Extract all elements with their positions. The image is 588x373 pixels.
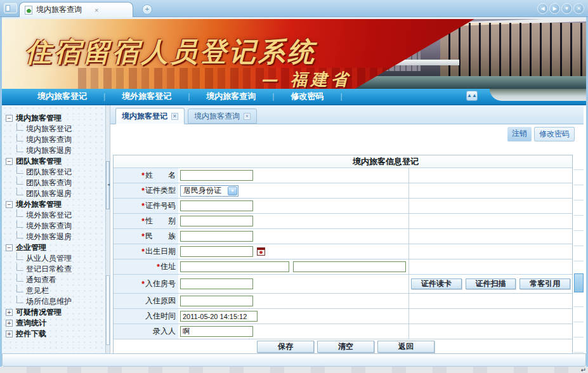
sidebar-group-enterprise-mgmt[interactable]: − 企业管理	[6, 242, 105, 253]
session-links: 注销 修改密码	[507, 127, 575, 141]
calendar-icon[interactable]	[257, 247, 265, 256]
sidebar-item-staff-mgmt[interactable]: 从业人员管理	[6, 253, 105, 264]
sidebar-group-query-stats[interactable]: + 查询统计	[6, 318, 105, 329]
header-banner: 住宿留宿人员登记系统 — 福建省	[2, 17, 586, 89]
field-label: * 民 族	[114, 229, 178, 244]
sidebar-item-team-query[interactable]: 团队旅客查询	[6, 178, 105, 188]
sidebar-item-domestic-query[interactable]: 境内旅客查询	[6, 134, 105, 145]
sidebar-splitter[interactable]: ◄	[105, 105, 110, 353]
address-input-2[interactable]	[293, 261, 406, 272]
registration-form: 境内旅客信息登记 * 姓 名 * 证件类型 居民身份证 ▼	[113, 155, 573, 355]
ethnicity-input[interactable]	[180, 231, 253, 242]
sidebar-item-team-register[interactable]: 团队旅客登记	[6, 167, 105, 178]
nav-domestic-register[interactable]: 境内旅客登记	[21, 91, 103, 102]
operator-input[interactable]	[180, 326, 253, 337]
sidebar-group-foreign-mgmt[interactable]: − 境外旅客管理	[6, 199, 105, 210]
sidebar-item-team-checkout[interactable]: 团队旅客退房	[6, 188, 105, 199]
document-type-select[interactable]: 居民身份证 ▼	[180, 185, 238, 197]
nav-domestic-query[interactable]: 境内旅客查询	[190, 91, 272, 102]
tab-close-icon[interactable]: ×	[95, 6, 98, 14]
form-row-checkin-time: 入住时间	[114, 308, 572, 324]
tab-domestic-query[interactable]: 境内旅客查询 ×	[188, 108, 257, 124]
sidebar-item-foreign-query[interactable]: 境外旅客查询	[6, 221, 105, 232]
banner-collapse-icon[interactable]: ▲▲	[466, 91, 478, 101]
sidebar-scrollbar[interactable]	[106, 275, 110, 345]
gender-input[interactable]	[180, 216, 253, 226]
group-label: 团队旅客管理	[16, 156, 62, 167]
sidebar-group-team-mgmt[interactable]: − 团队旅客管理	[6, 156, 105, 167]
tab-label: 境内旅客登记	[122, 111, 167, 122]
field-label: * 入住房号	[114, 275, 178, 293]
save-button[interactable]: 保存	[257, 341, 314, 353]
required-mark: *	[141, 186, 145, 195]
collapse-icon[interactable]: −	[6, 201, 13, 208]
back-button[interactable]: 返回	[377, 341, 434, 353]
logout-button[interactable]: 注销	[507, 127, 532, 141]
change-password-button[interactable]: 修改密码	[534, 127, 575, 141]
sidebar-item-daily-check[interactable]: 登记日常检查	[6, 264, 105, 275]
item-label: 场所信息维护	[26, 296, 72, 307]
window-forward-button[interactable]: ▶	[549, 3, 560, 14]
field-label: * 证件号码	[114, 199, 178, 213]
group-label: 境内旅客管理	[16, 113, 62, 124]
checkin-reason-input[interactable]	[180, 296, 253, 306]
main-navbar: 境内旅客登记 | 境外旅客登记 | 境内旅客查询 | 修改密码 | ▲▲	[2, 89, 586, 105]
window-back-button[interactable]: ◀	[537, 3, 548, 14]
id-card-scan-button[interactable]: 证件扫描	[466, 278, 516, 289]
splitter-collapse-icon[interactable]: ◄	[106, 161, 110, 209]
sidebar-group-suspicious-mgmt[interactable]: + 可疑情况管理	[6, 307, 105, 318]
sidebar-item-foreign-checkout[interactable]: 境外旅客退房	[6, 232, 105, 242]
collapse-icon[interactable]: −	[6, 244, 13, 251]
doc-number-input[interactable]	[180, 200, 253, 211]
id-card-read-button[interactable]: 证件读卡	[411, 278, 462, 289]
name-input[interactable]	[180, 170, 253, 181]
room-number-input[interactable]	[180, 278, 253, 289]
required-mark: *	[141, 232, 145, 241]
tree-connector	[16, 285, 23, 292]
collapse-icon[interactable]: −	[6, 115, 13, 122]
tab-close-icon[interactable]: ×	[171, 113, 178, 120]
required-mark: *	[141, 217, 145, 226]
item-label: 团队旅客登记	[26, 167, 72, 178]
sidebar-group-domestic-mgmt[interactable]: − 境内旅客管理	[6, 113, 105, 124]
label-text: 证件类型	[145, 185, 176, 196]
nav-foreign-register[interactable]: 境外旅客登记	[105, 91, 188, 102]
address-input-1[interactable]	[180, 261, 289, 272]
group-label: 可疑情况管理	[16, 307, 62, 318]
new-tab-button[interactable]: +	[142, 4, 152, 15]
clear-button[interactable]: 清空	[317, 341, 374, 353]
expand-icon[interactable]: +	[6, 330, 13, 337]
checkin-time-input[interactable]	[180, 311, 258, 322]
tab-close-icon[interactable]: ×	[244, 113, 251, 120]
tab-label: 境内旅客查询	[194, 111, 240, 122]
app-window: 境内旅客查询 × + ◀ ▶ ▼ ✕ 住宿留宿人员登记系统 — 福建省 境内旅客…	[0, 0, 588, 373]
sidebar-item-foreign-register[interactable]: 境外旅客登记	[6, 210, 105, 221]
window-dropdown-button[interactable]: ▼	[561, 3, 572, 14]
sidebar-item-venue-info[interactable]: 场所信息维护	[6, 296, 105, 307]
sidebar-item-domestic-checkout[interactable]: 境内旅客退房	[6, 145, 105, 156]
page-favicon-icon	[25, 6, 32, 15]
tree-connector	[16, 134, 23, 141]
chevron-down-icon[interactable]: ▼	[228, 186, 237, 195]
form-row-doc-number: * 证件号码	[114, 198, 572, 213]
tab-domestic-register[interactable]: 境内旅客登记 ×	[115, 108, 185, 124]
expand-icon[interactable]: +	[6, 309, 13, 316]
window-menu-icon[interactable]	[4, 3, 17, 13]
sidebar-group-control-download[interactable]: + 控件下载	[6, 329, 105, 339]
window-close-button[interactable]: ✕	[573, 3, 584, 14]
sidebar-item-domestic-register[interactable]: 境内旅客登记	[6, 124, 105, 134]
frequent-guest-button[interactable]: 常客引用	[519, 278, 570, 289]
nav-change-password[interactable]: 修改密码	[274, 91, 340, 102]
item-label: 意见栏	[26, 285, 49, 296]
birth-date-input[interactable]	[180, 246, 253, 257]
tree-connector	[16, 296, 23, 303]
form-row-birth-date: * 出生日期	[114, 244, 572, 259]
collapse-icon[interactable]: −	[6, 158, 13, 165]
item-label: 境内旅客登记	[26, 124, 72, 134]
browser-tab[interactable]: 境内旅客查询 ×	[19, 2, 133, 17]
sidebar-item-feedback[interactable]: 意见栏	[6, 285, 105, 296]
expand-icon[interactable]: +	[6, 320, 13, 327]
sidebar-item-notice-view[interactable]: 通知查看	[6, 275, 105, 285]
status-bar	[2, 353, 586, 367]
label-text: 入住原因	[145, 296, 176, 306]
